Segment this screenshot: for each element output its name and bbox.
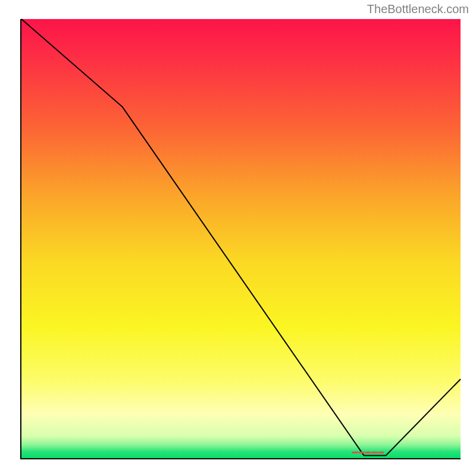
curve-line [21,19,461,456]
series-marker: ▬▬▬▬▬ [352,448,384,455]
line-plot [21,19,461,458]
chart-area: ▬▬▬▬▬ [20,19,461,459]
watermark-text: TheBottleneck.com [367,2,469,16]
